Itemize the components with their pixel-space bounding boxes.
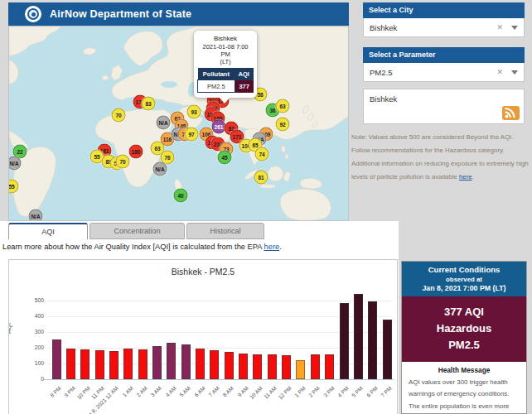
aqi-marker[interactable]: N/A	[157, 116, 171, 130]
aqi-marker[interactable]: 92	[276, 118, 290, 132]
chart-bar[interactable]	[340, 303, 349, 379]
chart-bar[interactable]	[239, 354, 248, 379]
aqi-bar-chart: Bishkek - PM2.5 AQI 01002003004005008 PM…	[8, 259, 398, 414]
aqi-status-block: 377 AQI Hazardous PM2.5	[402, 296, 526, 362]
rss-icon[interactable]	[502, 106, 520, 120]
chart-bar[interactable]	[311, 354, 320, 379]
aqi-marker[interactable]: 93	[187, 105, 201, 119]
parameter-clear-icon[interactable]: ✕	[496, 68, 503, 76]
parameter-select-label: Select a Parameter	[363, 47, 525, 63]
epa-here-link[interactable]: here	[264, 243, 280, 251]
chart-bar[interactable]	[325, 354, 334, 379]
aqi-marker[interactable]: 45	[218, 151, 232, 165]
tab-historical[interactable]: Historical	[186, 223, 264, 239]
chart-bar[interactable]	[210, 350, 219, 379]
city-chevron-down-icon[interactable]	[511, 26, 518, 30]
city-select[interactable]: Bishkek ✕	[363, 18, 525, 37]
chart-bar[interactable]	[282, 355, 291, 379]
chart-bar[interactable]	[383, 320, 392, 379]
chart-bar[interactable]	[109, 351, 118, 379]
aqi-pollutant-line: PM2.5	[402, 337, 526, 354]
map-popup: Bishkek 2021-01-08 7:00 PM (LT) Pollutan…	[194, 31, 257, 98]
observed-at-time: Jan 8, 2021 7:00 PM (LT)	[404, 284, 525, 292]
aqi-marker[interactable]: 81	[254, 171, 268, 185]
tab-concentration[interactable]: Concentration	[89, 223, 185, 239]
aqi-marker[interactable]: N/A	[29, 209, 43, 222]
health-message-block: Health Message AQI values over 300 trigg…	[402, 362, 526, 414]
parameter-select-value: PM2.5	[364, 68, 496, 77]
popup-datetime: 2021-01-08 7:00 PM	[197, 43, 254, 58]
aqi-category-line: Hazardous	[402, 320, 526, 337]
chart-bar[interactable]	[368, 301, 377, 379]
chart-bar[interactable]	[95, 350, 104, 379]
city-clear-icon[interactable]: ✕	[496, 23, 503, 31]
chart-y-tick-label: 100	[16, 360, 44, 366]
health-message-title: Health Message	[409, 366, 520, 374]
chart-y-tick-label: 500	[16, 297, 44, 303]
popup-city: Bishkek	[197, 35, 254, 42]
app-header: AirNow Department of State	[8, 2, 349, 26]
feed-city-label: Bishkek	[370, 94, 397, 104]
tab-aqi[interactable]: AQI	[8, 223, 88, 239]
beyond-aqi-note: Note: Values above 500 are considered Be…	[351, 131, 529, 184]
aqi-marker[interactable]: 83	[142, 97, 156, 111]
health-message-text: AQI values over 300 trigger health warni…	[409, 377, 520, 414]
chart-y-tick-label: 200	[16, 344, 44, 350]
aqi-marker[interactable]: N/A	[153, 162, 167, 176]
chart-bar[interactable]	[138, 349, 148, 379]
chart-bar[interactable]	[296, 360, 305, 379]
city-select-value: Bishkek	[364, 23, 496, 32]
chart-bar[interactable]	[268, 354, 277, 379]
popup-pollutant-value: PM2.5	[198, 80, 235, 93]
aqi-marker[interactable]: 70	[116, 155, 130, 169]
chart-bar[interactable]	[225, 352, 234, 379]
chart-x-axis-line	[44, 379, 394, 380]
aqi-marker[interactable]: 74	[255, 147, 269, 161]
chart-y-axis-label: AQI	[8, 323, 12, 334]
chart-bar[interactable]	[152, 346, 162, 379]
aqi-value-line: 377 AQI	[402, 304, 526, 320]
chart-bar[interactable]	[52, 339, 61, 379]
aqi-marker[interactable]: 97	[185, 128, 199, 142]
chart-bar[interactable]	[181, 344, 191, 379]
page-title: AirNow Department of State	[50, 8, 191, 20]
chart-y-tick-label: 300	[16, 329, 44, 335]
chart-bar[interactable]	[167, 343, 176, 379]
aqi-marker[interactable]: 63	[276, 99, 290, 113]
aqi-marker[interactable]: 40	[174, 189, 188, 203]
chart-gridline	[47, 301, 392, 301]
observed-at-label: observed at	[404, 276, 525, 283]
aqi-marker[interactable]: 70	[112, 108, 126, 123]
chart-title: Bishkek - PM2.5	[9, 267, 397, 277]
parameter-select[interactable]: PM2.5 ✕	[363, 63, 525, 82]
parameter-chevron-down-icon[interactable]	[511, 70, 518, 75]
aqi-marker[interactable]: 180	[129, 145, 143, 159]
popup-pollutant-header: Pollutant	[198, 68, 235, 80]
view-tabs: AQI Concentration Historical	[8, 223, 264, 239]
chart-bar[interactable]	[123, 349, 133, 379]
chart-bar[interactable]	[66, 349, 75, 379]
current-conditions-header: Current Conditions observed at Jan 8, 20…	[402, 262, 526, 296]
chart-y-tick-label: 0	[16, 376, 44, 382]
popup-timezone: (LT)	[197, 58, 254, 65]
popup-table: Pollutant AQI PM2.5 377	[197, 68, 254, 93]
city-select-label: Select a City	[363, 2, 525, 18]
popup-aqi-header: AQI	[235, 68, 253, 80]
note-here-link[interactable]: here	[459, 173, 472, 181]
chart-bar[interactable]	[354, 294, 363, 379]
chart-bar[interactable]	[253, 354, 262, 379]
chart-y-tick-label: 400	[16, 313, 44, 319]
popup-aqi-value: 377	[235, 80, 253, 93]
current-conditions-title: Current Conditions	[404, 265, 525, 274]
feed-box: Bishkek	[363, 89, 525, 124]
dept-state-seal-icon	[25, 6, 41, 22]
world-aqi-map[interactable]: 22N/A55N/A70176831615588577018063116N/A7…	[8, 26, 349, 221]
chart-bar[interactable]	[80, 349, 89, 379]
parameter-select-box: Select a Parameter PM2.5 ✕	[363, 47, 525, 82]
current-conditions-panel: Current Conditions observed at Jan 8, 20…	[401, 261, 527, 414]
learn-more-text: Learn more about how the Air Quality Ind…	[2, 243, 282, 251]
airnow-page: AirNow Department of State	[0, 0, 532, 414]
city-select-box: Select a City Bishkek ✕	[363, 2, 525, 37]
chart-bar[interactable]	[196, 349, 205, 379]
